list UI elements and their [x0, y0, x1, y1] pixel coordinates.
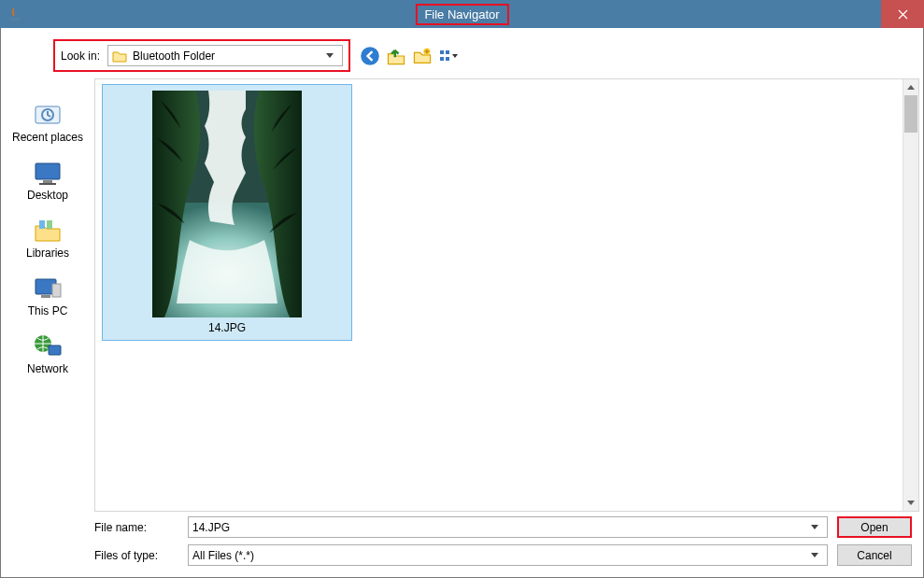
place-label: Desktop: [6, 189, 90, 202]
toolbar-icons: [360, 46, 459, 66]
lookin-group: Look in: Bluetooth Folder: [53, 39, 350, 72]
java-icon: [7, 7, 22, 21]
filename-input[interactable]: 14.JPG: [188, 516, 828, 538]
body-row: Recent places Desktop Libraries This PC: [1, 78, 923, 512]
filename-label: File name:: [94, 521, 178, 534]
dialog-body: Look in: Bluetooth Folder: [0, 28, 924, 578]
title-bar: File Navigator: [0, 0, 924, 28]
svg-rect-8: [36, 163, 60, 179]
up-one-level-icon[interactable]: [386, 46, 406, 66]
folder-icon: [112, 49, 127, 63]
place-this-pc[interactable]: This PC: [6, 271, 90, 325]
filetype-value: All Files (*.*): [192, 549, 806, 562]
filetype-combo[interactable]: All Files (*.*): [188, 544, 828, 566]
thumbnail-image: [152, 91, 302, 317]
chevron-down-icon[interactable]: [806, 545, 823, 565]
svg-point-0: [361, 47, 379, 65]
lookin-label: Look in:: [61, 49, 100, 63]
cancel-button-label: Cancel: [857, 549, 891, 562]
places-bar: Recent places Desktop Libraries This PC: [1, 78, 94, 512]
recent-places-icon: [32, 101, 64, 129]
scroll-up-icon[interactable]: [903, 79, 918, 95]
lookin-combo[interactable]: Bluetooth Folder: [107, 45, 343, 66]
this-pc-icon: [32, 275, 64, 303]
place-recent[interactable]: Recent places: [6, 97, 90, 151]
filetype-row: Files of type: All Files (*.*) Cancel: [94, 544, 912, 566]
filename-value: 14.JPG: [192, 521, 806, 534]
place-desktop[interactable]: Desktop: [6, 155, 90, 209]
open-button-label: Open: [860, 521, 888, 534]
chevron-down-icon[interactable]: [806, 517, 823, 537]
cancel-button[interactable]: Cancel: [837, 544, 912, 566]
place-label: Libraries: [6, 247, 90, 260]
scroll-thumb[interactable]: [904, 95, 917, 133]
network-icon: [32, 332, 64, 360]
svg-rect-5: [446, 57, 449, 61]
view-menu-icon[interactable]: [438, 46, 459, 66]
svg-rect-14: [41, 295, 50, 298]
filename-row: File name: 14.JPG Open: [94, 516, 912, 538]
back-icon[interactable]: [360, 46, 380, 66]
chevron-down-icon: [321, 46, 338, 65]
svg-rect-17: [49, 345, 61, 355]
svg-rect-3: [440, 57, 444, 61]
scroll-down-icon[interactable]: [903, 495, 918, 511]
svg-rect-15: [52, 284, 61, 297]
vertical-scrollbar[interactable]: [903, 79, 918, 511]
close-button[interactable]: [881, 0, 924, 28]
thumbnail-filename: 14.JPG: [208, 321, 246, 334]
lookin-value: Bluetooth Folder: [133, 49, 316, 63]
bottom-controls: File name: 14.JPG Open Files of type: Al…: [1, 516, 923, 566]
file-thumbnail-selected[interactable]: 14.JPG: [102, 84, 352, 341]
place-label: Recent places: [6, 131, 90, 144]
open-button[interactable]: Open: [837, 516, 912, 538]
svg-rect-10: [39, 183, 56, 185]
svg-rect-4: [446, 50, 449, 54]
filetype-label: Files of type:: [94, 549, 178, 562]
window-title: File Navigator: [415, 4, 508, 25]
place-label: Network: [6, 362, 90, 375]
desktop-icon: [32, 159, 64, 187]
place-libraries[interactable]: Libraries: [6, 213, 90, 267]
svg-rect-9: [43, 180, 52, 183]
file-list-pane[interactable]: 14.JPG: [94, 78, 919, 512]
svg-rect-11: [39, 220, 45, 229]
place-label: This PC: [6, 304, 90, 317]
svg-rect-12: [47, 220, 52, 229]
svg-rect-2: [440, 50, 444, 54]
new-folder-icon[interactable]: [412, 46, 433, 66]
libraries-icon: [32, 217, 64, 245]
place-network[interactable]: Network: [6, 329, 90, 383]
toolbar: Look in: Bluetooth Folder: [1, 28, 923, 79]
